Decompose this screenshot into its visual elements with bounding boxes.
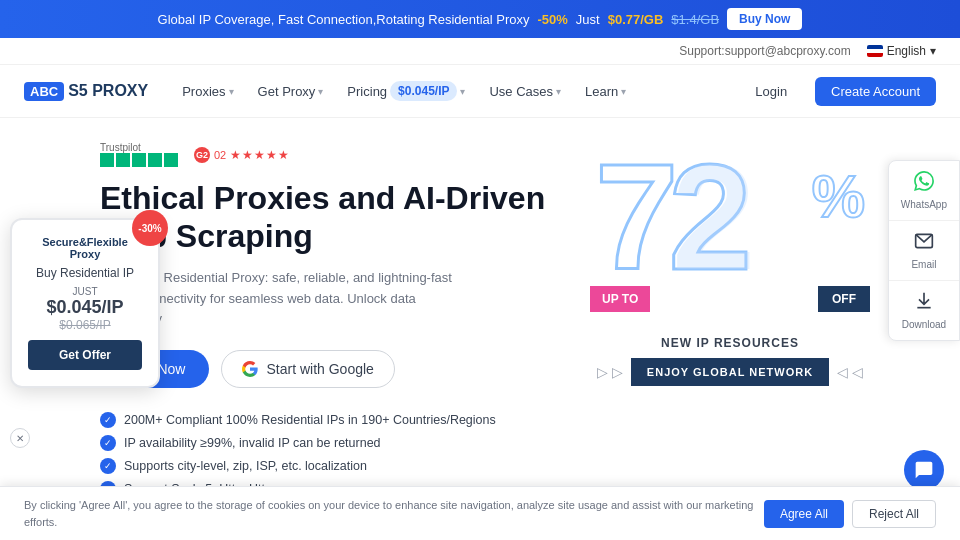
enjoy-global-row: ▷ ▷ ENJOY GLOBAL NETWORK ◁ ◁ bbox=[597, 358, 863, 386]
cookie-actions: Agree All Reject All bbox=[764, 500, 936, 528]
right-visual: 72 % 2 UP TO OFF NEW IP RESOURCES ▷ ▷ EN… bbox=[560, 142, 900, 520]
language-flag bbox=[867, 45, 883, 57]
card-header: Secure&Flexible Proxy bbox=[28, 236, 142, 260]
banner-just: Just bbox=[576, 12, 600, 27]
star-icon: ★ bbox=[242, 148, 253, 162]
chevron-down-icon: ▾ bbox=[621, 86, 626, 97]
nav-actions: Login Create Account bbox=[739, 77, 936, 106]
star-icon bbox=[164, 153, 178, 167]
agree-all-button[interactable]: Agree All bbox=[764, 500, 844, 528]
g2-badge: G2 02 ★ ★ ★ ★ ★ bbox=[194, 147, 289, 163]
chat-button[interactable] bbox=[904, 450, 944, 490]
nav-pricing[interactable]: Pricing $0.045/IP ▾ bbox=[337, 75, 475, 107]
cookie-bar: By clicking 'Agree All', you agree to th… bbox=[0, 486, 960, 540]
trustpilot-label: Trustpilot bbox=[100, 142, 141, 153]
email-icon bbox=[914, 231, 934, 256]
download-sidebar-button[interactable]: Download bbox=[889, 281, 959, 340]
logo-text: S5 PROXY bbox=[68, 82, 148, 100]
navbar: ABC S5 PROXY Proxies ▾ Get Proxy ▾ Prici… bbox=[0, 65, 960, 118]
left-content: Trustpilot G2 02 ★ ★ ★ ★ ★ bbox=[100, 142, 560, 520]
trustpilot-stars bbox=[100, 153, 178, 167]
logo[interactable]: ABC S5 PROXY bbox=[24, 82, 148, 101]
card-price-main: $0.045/IP bbox=[28, 297, 142, 318]
trust-badges: Trustpilot G2 02 ★ ★ ★ ★ ★ bbox=[100, 142, 560, 167]
trustpilot-badge: Trustpilot bbox=[100, 142, 178, 167]
create-account-button[interactable]: Create Account bbox=[815, 77, 936, 106]
card-discount-badge: -30% bbox=[132, 210, 168, 246]
main-content: Secure&Flexible Proxy -30% Buy Residenti… bbox=[0, 118, 960, 536]
whatsapp-icon bbox=[914, 171, 934, 196]
google-icon bbox=[242, 361, 258, 377]
star-icon bbox=[148, 153, 162, 167]
top-banner: Global IP Coverage, Fast Connection,Rota… bbox=[0, 0, 960, 38]
nav-get-proxy[interactable]: Get Proxy ▾ bbox=[248, 78, 334, 105]
whatsapp-label: WhatsApp bbox=[901, 199, 947, 210]
star-icon: ★ bbox=[266, 148, 277, 162]
cookie-text: By clicking 'Agree All', you agree to th… bbox=[24, 497, 764, 530]
floating-promo-card: Secure&Flexible Proxy -30% Buy Residenti… bbox=[10, 218, 160, 388]
star-icon bbox=[132, 153, 146, 167]
play-icon: ▷ ▷ bbox=[597, 364, 623, 380]
email-label: Email bbox=[911, 259, 936, 270]
banner-text: Global IP Coverage, Fast Connection,Rota… bbox=[158, 12, 530, 27]
nav-use-cases[interactable]: Use Cases ▾ bbox=[479, 78, 571, 105]
banner-price-new: $0.77/GB bbox=[608, 12, 664, 27]
hero-title: Ethical Proxies and AI-Driven Web Scrapi… bbox=[100, 179, 560, 256]
nav-learn[interactable]: Learn ▾ bbox=[575, 78, 636, 105]
card-product: Buy Residential IP bbox=[28, 266, 142, 280]
right-sidebar: WhatsApp Email Download bbox=[888, 160, 960, 341]
feature-check-icon: ✓ bbox=[100, 435, 116, 451]
chevron-down-icon: ▾ bbox=[318, 86, 323, 97]
chevron-down-icon: ▾ bbox=[556, 86, 561, 97]
download-label: Download bbox=[902, 319, 946, 330]
chevron-down-icon: ▾ bbox=[930, 44, 936, 58]
close-card-button[interactable]: ✕ bbox=[10, 428, 30, 448]
up-to-badge: UP TO bbox=[590, 286, 650, 312]
start-with-google-button[interactable]: Start with Google bbox=[221, 350, 394, 388]
login-button[interactable]: Login bbox=[739, 78, 803, 105]
discount-visual: 72 % 2 UP TO OFF bbox=[590, 152, 870, 332]
reject-all-button[interactable]: Reject All bbox=[852, 500, 936, 528]
chevron-down-icon: ▾ bbox=[460, 86, 465, 97]
support-email: Support:support@abcproxy.com bbox=[679, 44, 850, 58]
support-bar: Support:support@abcproxy.com English ▾ bbox=[0, 38, 960, 65]
whatsapp-sidebar-button[interactable]: WhatsApp bbox=[889, 161, 959, 221]
logo-icon: ABC bbox=[24, 82, 64, 101]
feature-check-icon: ✓ bbox=[100, 458, 116, 474]
feature-check-icon: ✓ bbox=[100, 412, 116, 428]
banner-discount: -50% bbox=[538, 12, 568, 27]
feature-item: ✓200M+ Compliant 100% Residential IPs in… bbox=[100, 412, 560, 428]
banner-price-old: $1.4/GB bbox=[671, 12, 719, 27]
star-icon bbox=[100, 153, 114, 167]
feature-item: ✓Supports city-level, zip, ISP, etc. loc… bbox=[100, 458, 560, 474]
nav-links: Proxies ▾ Get Proxy ▾ Pricing $0.045/IP … bbox=[172, 75, 739, 107]
get-offer-button[interactable]: Get Offer bbox=[28, 340, 142, 370]
skip-icon: ◁ ◁ bbox=[837, 364, 863, 380]
star-icon: ★ bbox=[278, 148, 289, 162]
nav-proxies[interactable]: Proxies ▾ bbox=[172, 78, 243, 105]
g2-stars: ★ ★ ★ ★ ★ bbox=[230, 148, 289, 162]
download-icon bbox=[914, 291, 934, 316]
card-just-label: JUST bbox=[28, 286, 142, 297]
new-ip-resources-label: NEW IP RESOURCES bbox=[661, 336, 799, 350]
card-price-old: $0.065/IP bbox=[28, 318, 142, 332]
enjoy-global-button[interactable]: ENJOY GLOBAL NETWORK bbox=[631, 358, 829, 386]
buy-now-button[interactable]: Buy Now bbox=[727, 8, 802, 30]
language-label: English bbox=[887, 44, 926, 58]
g2-logo: G2 bbox=[194, 147, 210, 163]
feature-item: ✓IP availability ≥99%, invalid IP can be… bbox=[100, 435, 560, 451]
pricing-badge: $0.045/IP bbox=[390, 81, 457, 101]
chevron-down-icon: ▾ bbox=[229, 86, 234, 97]
off-badge: OFF bbox=[818, 286, 870, 312]
g2-count: 02 bbox=[214, 149, 226, 161]
email-sidebar-button[interactable]: Email bbox=[889, 221, 959, 281]
star-icon: ★ bbox=[254, 148, 265, 162]
star-icon bbox=[116, 153, 130, 167]
language-selector[interactable]: English ▾ bbox=[867, 44, 936, 58]
cta-buttons: Start Now Start with Google bbox=[100, 350, 560, 388]
percent-symbol: % bbox=[812, 167, 865, 227]
star-icon: ★ bbox=[230, 148, 241, 162]
